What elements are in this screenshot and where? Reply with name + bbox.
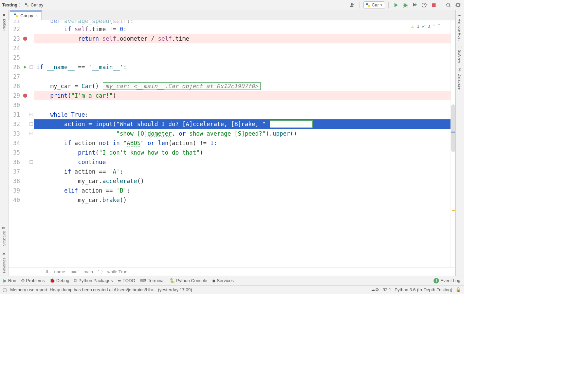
svg-point-8 xyxy=(447,3,450,6)
code-line[interactable]: my_car.brake() xyxy=(34,195,451,205)
event-log-tool-tab[interactable]: 1 Event Log xyxy=(434,278,460,283)
todo-label: TODO xyxy=(123,278,135,283)
scrollbar-thumb[interactable] xyxy=(451,104,455,152)
database-label: Database xyxy=(458,74,462,90)
error-stripe[interactable] xyxy=(451,20,455,268)
inline-debug-hint: my_car: <__main__.Car object at 0x12c190… xyxy=(103,82,260,90)
python-file-icon xyxy=(24,3,29,7)
code-line[interactable]: action = input("What should I do? [A]cce… xyxy=(34,119,451,129)
fold-toggle-icon[interactable]: − xyxy=(30,65,33,69)
python-packages-label: Python Packages xyxy=(78,278,113,283)
breadcrumb[interactable]: Testing 〉 Car.py xyxy=(2,2,43,8)
database-tool-tab[interactable]: 🗄 Database xyxy=(457,66,462,92)
breakpoint-icon[interactable] xyxy=(23,37,27,41)
code-breadcrumb-part2[interactable]: while True xyxy=(107,269,127,274)
code-line[interactable]: my_car = Car()my_car: <__main__.Car obje… xyxy=(34,81,451,91)
code-breadcrumb-part1[interactable]: if __name__ == '__main__' xyxy=(46,269,99,274)
line-number-gutter[interactable]: 2122232425262728293031323334353637383940 xyxy=(8,20,22,268)
bottom-tool-bar: ▶ Run ⊘ Problems 🐞 Debug ⧉ Python Packag… xyxy=(0,276,464,285)
stop-button[interactable] xyxy=(430,1,438,9)
code-line[interactable]: print("I'm a car!") xyxy=(34,91,451,100)
breadcrumb-file-label: Car.py xyxy=(31,2,43,7)
code-line[interactable] xyxy=(34,72,451,81)
structure-tool-tab[interactable]: Structure ⠿ xyxy=(1,224,7,249)
tool-windows-toggle-icon[interactable]: ▢ xyxy=(3,287,7,292)
svg-rect-0 xyxy=(25,3,27,5)
run-config-label: Car xyxy=(372,2,379,7)
chevron-right-icon: 〉 xyxy=(101,269,105,275)
run-config-selector[interactable]: Car ▾ xyxy=(363,1,385,9)
fold-toggle-icon[interactable]: − xyxy=(30,122,33,126)
caret-position[interactable]: 32:1 xyxy=(383,287,391,292)
lock-icon[interactable]: 🔓 xyxy=(456,287,461,292)
terminal-tool-tab[interactable]: ⌨ Terminal xyxy=(140,278,165,283)
sciview-label: SciView xyxy=(458,50,462,63)
status-bar: ▢ Memory use report: Heap dump has been … xyxy=(0,285,464,294)
breadcrumb-file[interactable]: Car.py xyxy=(24,2,43,7)
code-line[interactable]: my_car.accelerate() xyxy=(34,176,451,186)
sciview-icon: ⠿ xyxy=(458,46,462,48)
svg-rect-9 xyxy=(14,14,16,15)
search-everywhere-button[interactable] xyxy=(445,1,452,9)
debug-tool-tab[interactable]: 🐞 Debug xyxy=(50,278,69,283)
code-line[interactable]: def average_speed(self): xyxy=(34,20,451,24)
project-tool-tab[interactable]: Project ■ xyxy=(1,10,7,33)
code-line[interactable]: while True: xyxy=(34,110,451,119)
packages-icon: ⧉ xyxy=(74,278,77,283)
remote-host-icon: ☁ xyxy=(458,13,462,17)
code-line[interactable]: continue xyxy=(34,157,451,167)
code-line[interactable]: return self.odometer / self.time xyxy=(34,34,451,43)
chevron-down-icon: ▾ xyxy=(380,2,383,7)
settings-button[interactable] xyxy=(454,1,462,9)
bg-tasks-icon[interactable]: ☁⚙ xyxy=(371,287,379,292)
run-coverage-button[interactable] xyxy=(411,1,419,9)
fold-toggle-icon[interactable]: − xyxy=(30,113,33,116)
main-toolbar: Testing 〉 Car.py Car ▾ ▾ xyxy=(0,0,464,10)
project-tool-label: Project xyxy=(2,19,6,31)
editor-tab-car-py[interactable]: Car.py × xyxy=(10,11,42,20)
problems-tool-label: Problems xyxy=(26,278,45,283)
breakpoint-gutter[interactable] xyxy=(22,20,28,268)
code-line[interactable]: elif action == 'B': xyxy=(34,186,451,195)
code-line[interactable]: print("I don't know how to do that") xyxy=(34,148,451,157)
debug-button[interactable] xyxy=(402,1,409,9)
run-gutter-icon[interactable] xyxy=(24,65,26,69)
run-tool-tab[interactable]: ▶ Run xyxy=(3,278,16,283)
remote-host-tool-tab[interactable]: ☁ Remote Host xyxy=(457,10,463,43)
event-log-badge: 1 xyxy=(434,278,439,283)
profile-button[interactable]: ▾ xyxy=(421,1,428,9)
terminal-icon: ⌨ xyxy=(140,278,147,283)
todo-tool-tab[interactable]: ≣ TODO xyxy=(117,278,135,283)
structure-icon: ⠿ xyxy=(2,226,6,230)
code-line[interactable] xyxy=(34,53,451,62)
breadcrumb-project[interactable]: Testing xyxy=(2,2,17,7)
event-log-label: Event Log xyxy=(440,278,460,283)
python-console-tool-tab[interactable]: 🐍 Python Console xyxy=(169,278,207,283)
close-tab-icon[interactable]: × xyxy=(35,13,38,19)
favorites-tool-tab[interactable]: Favorites ★ xyxy=(1,249,7,276)
fold-toggle-icon[interactable]: − xyxy=(30,160,33,164)
fold-gutter[interactable]: −−−−− xyxy=(28,20,34,268)
code-breadcrumb[interactable]: if __name__ == '__main__' 〉 while True xyxy=(8,268,455,276)
code-line[interactable]: "show [O]dometer, or show average [S]pee… xyxy=(34,129,451,138)
python-interpreter[interactable]: Python 3.6 (In-Depth-Testing) xyxy=(394,287,452,292)
run-button[interactable] xyxy=(392,1,400,9)
breakpoint-icon[interactable] xyxy=(23,94,27,98)
terminal-label: Terminal xyxy=(148,278,165,283)
code-lines[interactable]: def average_speed(self): if self.time !=… xyxy=(34,20,451,205)
code-line[interactable]: if __name__ == '__main__': xyxy=(34,62,451,72)
remote-host-label: Remote Host xyxy=(458,19,462,40)
add-user-icon[interactable] xyxy=(349,1,356,9)
code-line[interactable]: if self.time != 0: xyxy=(34,24,451,34)
sciview-tool-tab[interactable]: ⠿ SciView xyxy=(457,43,463,66)
fold-toggle-icon[interactable]: − xyxy=(30,132,33,135)
code-line[interactable]: if action not in "ABOS" or len(action) !… xyxy=(34,138,451,148)
status-message[interactable]: Memory use report: Heap dump has been cr… xyxy=(10,287,192,292)
code-line[interactable] xyxy=(34,100,451,110)
code-line[interactable]: if action == 'A': xyxy=(34,167,451,176)
code-line[interactable] xyxy=(34,43,451,53)
code-editor[interactable]: 2122232425262728293031323334353637383940… xyxy=(8,20,455,268)
problems-tool-tab[interactable]: ⊘ Problems xyxy=(21,278,45,283)
services-tool-tab[interactable]: ◆ Services xyxy=(212,278,234,283)
python-packages-tool-tab[interactable]: ⧉ Python Packages xyxy=(74,278,113,283)
